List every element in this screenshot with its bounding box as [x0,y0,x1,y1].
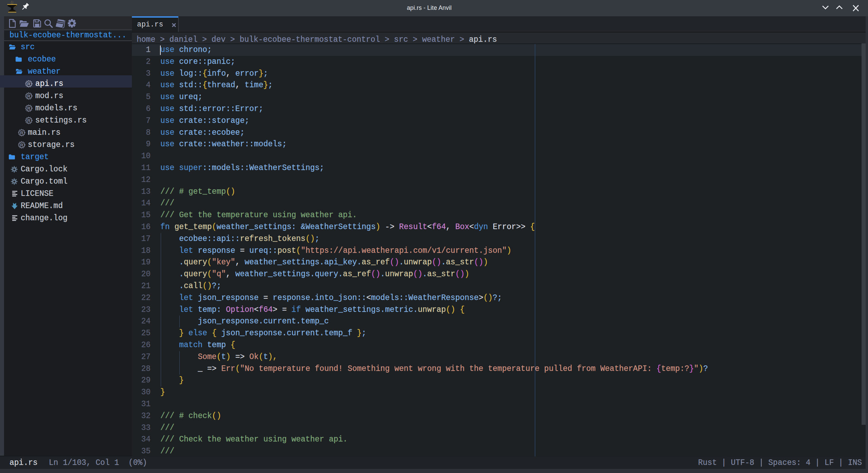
svg-text:R: R [20,130,23,135]
svg-text:R: R [27,81,31,86]
svg-text:R: R [27,118,31,123]
svg-text:R: R [27,106,31,111]
svg-text:R: R [20,142,23,147]
svg-text:R: R [27,93,31,98]
